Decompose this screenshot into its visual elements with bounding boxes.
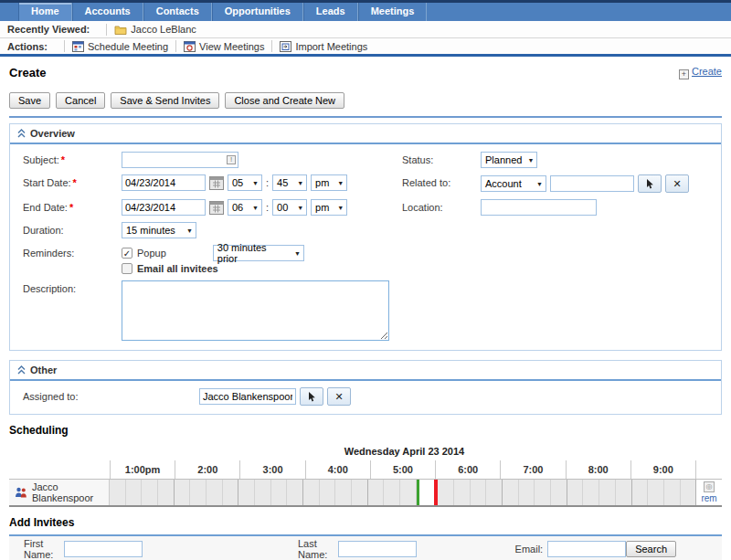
- recently-viewed-item[interactable]: Jacco LeBlanc: [114, 24, 196, 35]
- tab-leads[interactable]: Leads: [303, 3, 358, 21]
- time-slot[interactable]: [616, 480, 632, 505]
- time-slot[interactable]: [664, 480, 681, 505]
- time-slot[interactable]: [535, 480, 551, 505]
- tab-opportunities[interactable]: Opportunities: [212, 3, 303, 21]
- action-view-meetings[interactable]: View Meetings: [184, 40, 264, 52]
- start-minute-select[interactable]: 45▼: [272, 174, 307, 191]
- time-slot[interactable]: [126, 480, 143, 505]
- remove-icon[interactable]: ◎: [704, 481, 715, 492]
- scheduling-date-header: Wednesday April 23 2014: [110, 442, 699, 460]
- time-slot[interactable]: [142, 480, 158, 505]
- action-import-meetings[interactable]: Import Meetings: [280, 40, 367, 52]
- time-slot[interactable]: [175, 480, 191, 505]
- time-slot[interactable]: [352, 480, 368, 505]
- time-slot[interactable]: [599, 480, 616, 505]
- email-label: Email:: [515, 544, 544, 555]
- time-slot[interactable]: [551, 480, 567, 505]
- remove-attendee-cell[interactable]: ◎ rem: [696, 480, 722, 505]
- first-name-input[interactable]: [64, 541, 143, 557]
- end-date-input[interactable]: [122, 199, 206, 216]
- last-name-input[interactable]: [338, 541, 417, 557]
- email-input[interactable]: [547, 541, 626, 557]
- time-slot[interactable]: [320, 480, 336, 505]
- description-textarea[interactable]: [122, 280, 389, 341]
- email-invitees-checkbox[interactable]: ✓: [122, 263, 132, 274]
- overview-panel-header[interactable]: Overview: [10, 124, 721, 144]
- subject-input[interactable]: [122, 152, 238, 168]
- calendar-icon[interactable]: [209, 176, 224, 190]
- status-select[interactable]: Planned▼: [481, 152, 537, 168]
- end-minute-select[interactable]: 00▼: [272, 199, 307, 216]
- time-slot[interactable]: [648, 480, 664, 505]
- time-slot[interactable]: [583, 480, 599, 505]
- close-create-new-button[interactable]: Close and Create New: [225, 92, 344, 109]
- assigned-clear-button[interactable]: ✕: [327, 387, 351, 406]
- action-label: View Meetings: [199, 41, 264, 52]
- tab-home[interactable]: Home: [18, 3, 72, 21]
- time-slot[interactable]: [384, 480, 400, 505]
- related-to-label: Related to:: [389, 174, 481, 188]
- save-button[interactable]: Save: [9, 92, 50, 109]
- time-slot[interactable]: [567, 480, 584, 505]
- time-slot[interactable]: [158, 480, 175, 505]
- assigned-to-input[interactable]: [199, 388, 296, 405]
- time-slot[interactable]: [454, 480, 471, 505]
- time-slot[interactable]: [255, 480, 271, 505]
- start-hour-select[interactable]: 05▼: [228, 174, 262, 191]
- time-slot[interactable]: [335, 480, 352, 505]
- search-button[interactable]: Search: [626, 541, 676, 557]
- reminder-time-select[interactable]: 30 minutes prior▼: [213, 245, 304, 261]
- time-slot[interactable]: [368, 480, 385, 505]
- cancel-button[interactable]: Cancel: [56, 92, 105, 109]
- time-slot[interactable]: [681, 480, 697, 505]
- time-slot[interactable]: [287, 480, 303, 505]
- add-invitees-title: Add Invitees: [9, 516, 722, 529]
- spacer: [9, 460, 110, 479]
- other-panel-header[interactable]: Other: [10, 361, 721, 381]
- time-slot[interactable]: [400, 480, 417, 505]
- end-hour-select[interactable]: 06▼: [228, 199, 262, 216]
- action-schedule-meeting[interactable]: Schedule Meeting: [72, 40, 168, 52]
- attendee-name: Jacco Blankenspoor: [32, 481, 109, 503]
- folder-icon: [114, 25, 127, 35]
- duration-select[interactable]: 15 minutes▼: [122, 222, 196, 238]
- related-name-input[interactable]: [550, 175, 634, 192]
- time-slot[interactable]: [110, 480, 126, 505]
- selected-time-slot[interactable]: [417, 480, 439, 505]
- time-slot[interactable]: [207, 480, 223, 505]
- add-invitees-row: First Name: Last Name: Email: Search: [9, 534, 722, 560]
- time-slot[interactable]: [503, 480, 519, 505]
- time-slot[interactable]: [632, 480, 649, 505]
- remove-link[interactable]: rem: [701, 493, 716, 503]
- tab-contacts[interactable]: Contacts: [143, 3, 212, 21]
- related-select-button[interactable]: [638, 174, 662, 193]
- expand-text-icon[interactable]: !: [227, 155, 236, 164]
- location-input[interactable]: [481, 199, 597, 216]
- import-meetings-icon: [280, 40, 291, 52]
- save-send-invites-button[interactable]: Save & Send Invites: [111, 92, 219, 109]
- time-slot[interactable]: [238, 480, 255, 505]
- end-ampm-select[interactable]: pm▼: [311, 199, 347, 216]
- time-slot[interactable]: [471, 480, 487, 505]
- time-slot[interactable]: [190, 480, 207, 505]
- time-slot[interactable]: [438, 480, 454, 505]
- plus-icon: +: [679, 69, 689, 79]
- time-slot[interactable]: [223, 480, 239, 505]
- time-slot[interactable]: [271, 480, 288, 505]
- time-slot[interactable]: [519, 480, 535, 505]
- create-link[interactable]: +Create: [679, 66, 722, 79]
- start-ampm-select[interactable]: pm▼: [311, 174, 347, 191]
- related-type-select[interactable]: Account▼: [481, 175, 546, 192]
- time-slot[interactable]: [303, 480, 320, 505]
- popup-checkbox[interactable]: ✓: [122, 248, 132, 259]
- hour-header-9:00: 9:00: [630, 460, 696, 479]
- calendar-icon[interactable]: [209, 201, 224, 215]
- tab-accounts[interactable]: Accounts: [72, 3, 143, 21]
- assigned-select-button[interactable]: [300, 387, 323, 406]
- cursor-arrow-icon: [308, 392, 316, 402]
- tab-meetings[interactable]: Meetings: [358, 3, 428, 21]
- description-label: Description:: [10, 280, 122, 294]
- time-slot[interactable]: [486, 480, 503, 505]
- related-clear-button[interactable]: ✕: [665, 174, 689, 193]
- start-date-input[interactable]: [122, 174, 206, 191]
